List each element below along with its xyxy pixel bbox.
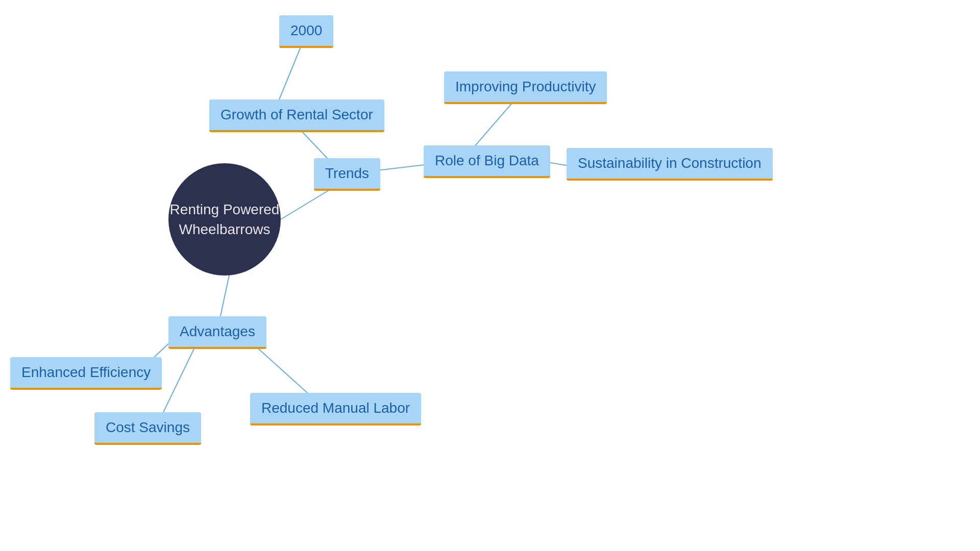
- center-node: Renting PoweredWheelbarrows: [168, 163, 281, 276]
- svg-line-2: [276, 46, 301, 108]
- node-advantages: Advantages: [168, 316, 266, 349]
- node-efficiency: Enhanced Efficiency: [10, 357, 162, 390]
- node-growth: Growth of Rental Sector: [209, 99, 384, 132]
- node-bigdata: Role of Big Data: [424, 145, 550, 178]
- node-year: 2000: [279, 15, 333, 48]
- node-productivity: Improving Productivity: [444, 71, 607, 104]
- svg-line-6: [219, 273, 230, 320]
- svg-line-4: [470, 102, 513, 152]
- node-trends: Trends: [314, 158, 380, 191]
- node-sustainability: Sustainability in Construction: [567, 148, 773, 181]
- svg-line-9: [163, 338, 199, 412]
- node-cost: Cost Savings: [94, 412, 201, 445]
- node-labor: Reduced Manual Labor: [250, 393, 421, 425]
